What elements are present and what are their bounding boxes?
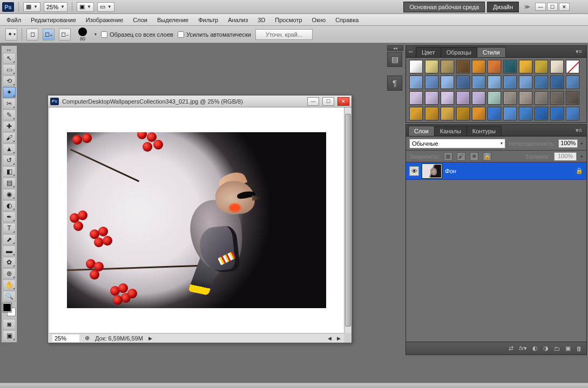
tab-swatches[interactable]: Образцы (441, 47, 477, 57)
menu-help[interactable]: Справка (335, 17, 359, 23)
style-swatch[interactable] (456, 91, 470, 105)
style-swatch[interactable] (488, 76, 501, 89)
style-swatch[interactable] (550, 91, 564, 105)
color-swatch[interactable] (3, 303, 16, 316)
style-swatch[interactable] (503, 91, 517, 105)
menu-image[interactable]: Изображение (86, 17, 123, 23)
style-swatch[interactable] (472, 60, 485, 73)
menu-window[interactable]: Окно (312, 17, 326, 23)
menu-3d[interactable]: 3D (258, 17, 265, 23)
style-swatch[interactable] (566, 76, 579, 89)
auto-enhance-checkbox[interactable]: Усилить автоматически (178, 31, 251, 38)
hand-tool[interactable]: ✋ (3, 280, 16, 290)
canvas[interactable] (67, 132, 326, 308)
style-swatch[interactable] (441, 60, 454, 73)
type-tool[interactable]: T (3, 223, 16, 234)
style-swatch[interactable] (425, 60, 438, 73)
panel-menu-icon[interactable]: ▾≡ (573, 127, 584, 134)
clone-stamp-tool[interactable]: ▲ (3, 144, 16, 154)
workspace-button-design[interactable]: Дизайн (487, 2, 519, 12)
maximize-button[interactable]: ☐ (547, 3, 558, 11)
opacity-slider-icon[interactable]: ▸ (581, 141, 583, 146)
shape-tool[interactable]: ▬ (3, 246, 16, 256)
layer-mask-icon[interactable]: ◐ (532, 345, 538, 352)
visibility-toggle-icon[interactable]: 👁 (409, 166, 419, 176)
menu-edit[interactable]: Редактирование (31, 17, 76, 23)
zoom-tool[interactable]: 🔍 (3, 291, 16, 302)
gradient-tool[interactable]: ▤ (3, 178, 16, 188)
style-swatch[interactable] (441, 107, 454, 120)
style-swatch[interactable] (519, 107, 532, 120)
brush-dropdown-icon[interactable]: ▾ (94, 32, 97, 37)
selection-new-icon[interactable]: ◻ (26, 29, 38, 40)
eraser-tool[interactable]: ◧ (3, 166, 16, 177)
dock-handle[interactable]: ◂◂ (387, 45, 403, 51)
style-swatch[interactable] (425, 76, 438, 89)
menu-select[interactable]: Выделение (157, 17, 188, 23)
style-swatch[interactable] (503, 76, 517, 89)
canvas-area[interactable] (49, 107, 344, 333)
status-menu-icon[interactable]: ▶ (148, 336, 152, 341)
adjustment-layer-icon[interactable]: ◑ (543, 345, 549, 352)
menu-view[interactable]: Просмотр (275, 17, 302, 23)
group-icon[interactable]: 🗀 (554, 345, 560, 352)
style-swatch[interactable] (550, 76, 564, 89)
layer-name-label[interactable]: Фон (445, 168, 572, 174)
quick-mask-toggle[interactable]: ◙ (3, 319, 16, 330)
current-tool-icon[interactable]: ✦▾ (5, 29, 17, 40)
tab-layers[interactable]: Слои (408, 126, 435, 136)
lasso-tool[interactable]: ⟲ (3, 76, 16, 86)
style-swatch[interactable] (519, 76, 532, 89)
layer-row[interactable]: 👁 Фон 🔒 (406, 162, 586, 180)
style-swatch[interactable] (566, 60, 579, 73)
status-zoom-input[interactable] (52, 335, 79, 342)
hscroll-right-icon[interactable]: ▶ (337, 336, 341, 341)
style-swatch[interactable] (488, 60, 501, 73)
menu-analysis[interactable]: Анализ (228, 17, 248, 23)
link-layers-icon[interactable]: ⇄ (509, 345, 513, 352)
lock-position-icon[interactable]: ✥ (470, 152, 478, 161)
lock-pixels-icon[interactable]: 🖌 (457, 152, 465, 161)
style-swatch[interactable] (409, 107, 423, 120)
panel-handle[interactable]: ◂◂ (408, 49, 414, 54)
style-swatch[interactable] (488, 91, 501, 105)
workspace-more-icon[interactable]: ≫ (521, 4, 533, 10)
style-swatch[interactable] (409, 76, 423, 89)
delete-layer-icon[interactable]: 🗑 (576, 345, 582, 352)
hscroll-left-icon[interactable]: ◀ (328, 336, 332, 341)
crop-tool[interactable]: ✂ (3, 98, 16, 109)
workspace-button-main[interactable]: Основная рабочая среда (403, 2, 485, 12)
fill-input[interactable]: 100% (554, 152, 577, 161)
style-swatch[interactable] (566, 91, 579, 105)
move-tool[interactable]: ↖ (3, 53, 16, 64)
document-titlebar[interactable]: Ps ComputerDesktopWallpapersCollection34… (48, 96, 352, 107)
style-swatch[interactable] (519, 91, 532, 105)
style-swatch[interactable] (409, 60, 423, 73)
style-swatch[interactable] (425, 107, 438, 120)
blend-mode-dropdown[interactable]: Обычные▾ (409, 139, 505, 148)
vertical-scrollbar[interactable] (344, 107, 352, 333)
path-selection-tool[interactable]: ⬈ (3, 234, 16, 245)
style-swatch[interactable] (456, 76, 470, 89)
character-panel-icon[interactable]: ¶ (387, 76, 402, 91)
style-swatch[interactable] (550, 107, 564, 120)
status-nav-icon[interactable]: ⊕ (85, 335, 90, 342)
style-swatch[interactable] (456, 107, 470, 120)
doc-close-button[interactable]: ✕ (337, 97, 349, 106)
style-swatch[interactable] (456, 60, 470, 73)
style-swatch[interactable] (550, 60, 564, 73)
zoom-dropdown[interactable]: 25%▼ (44, 2, 67, 12)
style-swatch[interactable] (441, 76, 454, 89)
dodge-tool[interactable]: ◐ (3, 200, 16, 211)
style-swatch[interactable] (566, 107, 579, 120)
doc-minimize-button[interactable]: — (307, 97, 319, 106)
doc-maximize-button[interactable]: ☐ (322, 97, 334, 106)
brush-preview-icon[interactable] (78, 28, 87, 36)
eyedropper-tool[interactable]: ✎ (3, 110, 16, 120)
screen-mode-toggle[interactable]: ▣ (3, 330, 16, 341)
brush-tool[interactable]: 🖌 (3, 132, 16, 143)
marquee-tool[interactable]: ▭ (3, 64, 16, 75)
tab-color[interactable]: Цвет (416, 47, 441, 57)
layer-thumbnail[interactable] (422, 164, 442, 178)
layer-style-icon[interactable]: fx▾ (519, 345, 527, 352)
